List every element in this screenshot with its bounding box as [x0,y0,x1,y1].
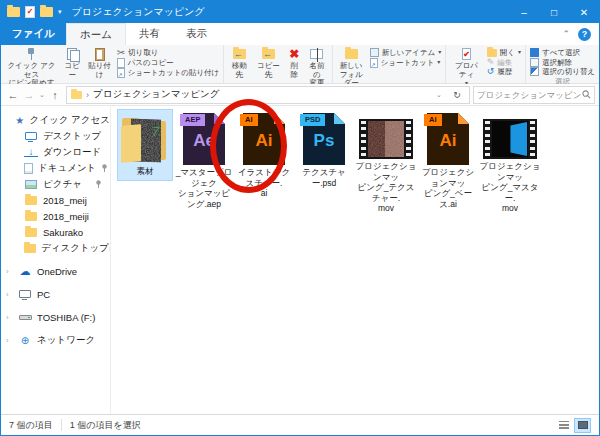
new-folder-qat-icon[interactable] [40,7,53,17]
properties-qat-icon[interactable]: ✓ [25,6,35,18]
expand-chevron-icon[interactable]: › [6,290,13,299]
ribbon-group-clipboard: クイック アクセス にピン留めする コピー 貼り付け ✂ 切り取り [1,45,224,83]
search-box[interactable] [473,86,595,104]
photoshop-file-icon: PSD Ps [303,113,345,165]
sidebar-item-2018-meiji[interactable]: 2018_meiji [1,208,110,224]
ribbon-group-open: ✔ プロパティ ▾ 開く ▾ ✎ 編集 ↺ [446,45,526,83]
paste-button[interactable]: 貼り付け [84,46,114,80]
dropdown-icon: ▾ [438,48,441,58]
open-icon [487,49,497,57]
sidebar-item-toshiba-drive[interactable]: › TOSHIBA (F:) [1,309,110,325]
drive-icon [19,315,32,320]
sidebar-item-sakurako[interactable]: Sakurako [1,224,110,240]
large-icons-view-button[interactable] [574,418,591,433]
file-tile-illust-texture-ai[interactable]: AI Ai イラストテクスチャー. ai [235,109,293,202]
folder-icon: 7 [118,116,172,164]
address-bar: ← → ⌄ ↑ › プロジェクションマッピング ⌄ ↻ [1,84,599,106]
expand-chevron-icon[interactable]: › [6,313,13,322]
sidebar-item-network[interactable]: › ⊕ ネットワーク [1,332,110,348]
file-tile-sozai-folder[interactable]: 7 素材 [117,109,173,181]
breadcrumb-arrow-icon: › [86,90,89,100]
properties-button[interactable]: ✔ プロパティ ▾ [448,46,485,87]
sidebar-item-2018-meij[interactable]: 2018_meij [1,192,110,208]
close-button[interactable]: ✕ [569,1,599,23]
maximize-button[interactable]: □ [539,1,569,23]
status-divider [61,419,62,431]
sidebar-item-downloads[interactable]: ↓ ダウンロード [1,144,110,160]
file-tile-base-ai[interactable]: AI Ai プロジェクションマッ ピング_ベース.ai [419,109,477,212]
pinned-icon [95,180,102,188]
address-dropdown-icon[interactable]: ⌄ [434,91,444,99]
minimize-button[interactable]: – [509,1,539,23]
copy-to-button[interactable]: ← コピー先 [252,46,285,80]
cut-button[interactable]: ✂ 切り取り [115,48,222,58]
file-list-area[interactable]: 7 素材 AEP Ae _マスタープロジェク ションマッピング.aep [111,106,599,416]
tab-share[interactable]: 共有 [126,23,173,45]
ribbon-tab-row: ファイル ホーム 共有 表示 ⌃ ? [1,23,599,45]
recent-locations-dropdown[interactable]: ⌄ [37,91,47,99]
select-all-icon [530,48,539,57]
tab-home[interactable]: ホーム [66,23,126,45]
refresh-icon[interactable]: ↻ [449,90,465,100]
file-tile-aep[interactable]: AEP Ae _マスタープロジェク ションマッピング.aep [175,109,233,212]
sidebar-item-pictures[interactable]: ピクチャ [1,176,110,192]
select-all-button[interactable]: すべて選択 [528,48,597,58]
window-title: プロジェクションマッピング [72,5,205,19]
help-icon[interactable]: ? [578,28,591,41]
back-button[interactable]: ← [5,89,21,101]
open-button[interactable]: 開く ▾ [485,48,523,58]
file-tile-texture-mov[interactable]: プロジェクションマッ ピング_テクスチャー. mov [355,109,417,217]
sidebar-item-documents[interactable]: ドキュメント [1,160,110,176]
sidebar-item-desktop[interactable]: デスクトップ [1,128,110,144]
pinned-icon [101,164,108,172]
sidebar-item-pc[interactable]: › PC [1,286,110,302]
illustrator-file-icon: AI Ai [427,113,469,165]
collapse-ribbon-icon[interactable]: ⌃ [562,29,570,39]
expand-chevron-icon[interactable]: › [6,336,13,345]
ribbon-group-new: 新しい フォルダー 新しいアイテム ▾ ショートカット ▾ 新規 [333,45,446,83]
paste-shortcut-button[interactable]: ショートカットの貼り付け [115,68,222,78]
copy-button[interactable]: コピー [60,46,84,80]
pc-icon [19,290,31,298]
new-folder-button[interactable]: 新しい フォルダー [335,46,368,89]
new-item-icon [370,48,379,57]
details-view-button[interactable] [555,418,572,433]
star-icon: ★ [15,115,25,126]
tab-view[interactable]: 表示 [173,23,220,45]
up-button[interactable]: ↑ [47,89,63,101]
sidebar-item-quick-access[interactable]: ★ クイック アクセス [1,112,110,128]
move-to-button[interactable]: ← 移動先 [226,46,252,80]
selected-count: 1 個の項目を選択 [70,419,141,432]
delete-button[interactable]: ✖ 削除 [285,46,304,80]
copy-path-button[interactable]: パスのコピー [115,58,222,68]
illustrator-file-icon: AI Ai [243,113,285,165]
folder-icon [25,212,37,221]
quick-access-toolbar: ✓ ▾ [1,6,68,18]
location-folder-icon [71,91,82,99]
rename-button[interactable]: 名前の 変更 [304,46,330,89]
pin-icon [26,48,36,60]
qat-dropdown-icon[interactable]: ▾ [58,8,62,16]
breadcrumb[interactable]: › プロジェクションマッピング ⌄ ↻ [66,86,470,104]
forward-button[interactable]: → [21,89,37,101]
search-input[interactable] [477,90,582,100]
status-bar: 7 個の項目 1 個の項目を選択 [1,414,599,435]
sidebar-item-onedrive[interactable]: › ☁ OneDrive [1,263,110,279]
file-tile-master-mov[interactable]: プロジェクションマッ ピング_マスター. mov [479,109,541,217]
copy-path-icon [117,58,125,68]
tab-file[interactable]: ファイル [1,23,66,45]
sidebar-item-desktop-folder[interactable]: ディスクトップにあったも [1,240,110,256]
ribbon: クイック アクセス にピン留めする コピー 貼り付け ✂ 切り取り [1,45,599,84]
new-item-button[interactable]: 新しいアイテム ▾ [368,48,444,58]
file-tile-psd[interactable]: PSD Ps テクスチャー.psd [295,109,353,191]
select-none-button[interactable]: 選択解除 [528,58,597,68]
history-button[interactable]: ↺ 履歴 [485,67,523,77]
invert-selection-icon [530,67,539,76]
shortcut-button[interactable]: ショートカット ▾ [368,58,444,68]
select-none-icon [530,58,539,67]
expand-chevron-icon[interactable]: › [6,267,13,276]
invert-selection-button[interactable]: 選択の切り替え [528,67,597,77]
window-controls: – □ ✕ [509,1,599,23]
movie-file-icon [359,119,413,159]
breadcrumb-path[interactable]: プロジェクションマッピング [93,88,219,101]
